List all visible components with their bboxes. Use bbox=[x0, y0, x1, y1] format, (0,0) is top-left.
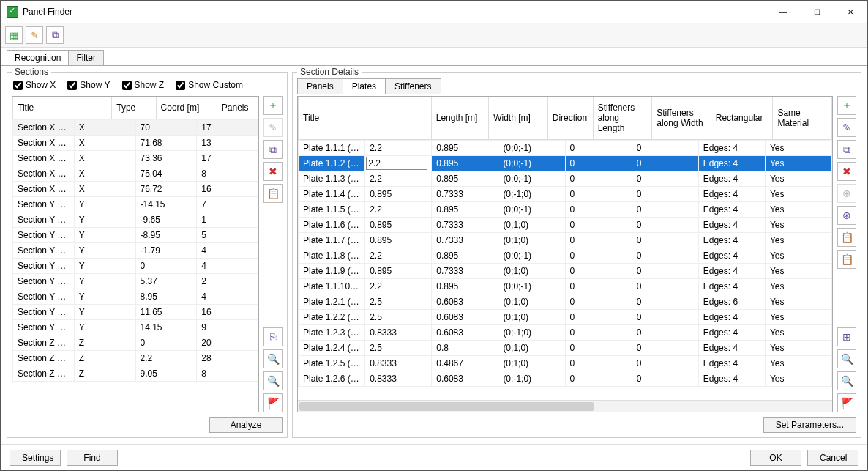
section-details-group: Section Details Panels Plates Stiffeners… bbox=[292, 72, 861, 438]
show-x-check[interactable]: Show X bbox=[13, 80, 56, 90]
details-tab-panels[interactable]: Panels bbox=[297, 78, 343, 94]
app-icon bbox=[7, 6, 18, 18]
sections-paste-button[interactable]: 📋 bbox=[263, 184, 283, 203]
section-details-label: Section Details bbox=[297, 67, 362, 77]
table-row[interactable]: Section Y 9 (Y = -1.79)Y-1.794 bbox=[13, 243, 258, 259]
plates-delete-button[interactable]: ✖ bbox=[837, 162, 856, 181]
sections-col-panels[interactable]: Panels bbox=[217, 97, 258, 119]
table-row[interactable]: Plate 1.1.2 (Y = -7.61; Z = 1.1)0.895(0;… bbox=[299, 156, 832, 171]
details-tabstrip: Panels Plates Stiffeners bbox=[297, 77, 856, 94]
plates-link-button[interactable]: ⊕ bbox=[837, 184, 856, 203]
table-row[interactable]: Section Z 16 (Z = 2.2)Z2.228 bbox=[13, 351, 258, 366]
sections-delete-button[interactable]: ✖ bbox=[263, 162, 283, 181]
table-row[interactable]: Plate 1.1.10 (Y = -2.24; Z = 1.1)2.20.89… bbox=[299, 279, 832, 294]
table-row[interactable]: Plate 1.1.8 (Y = -3.13; Z = 1.1)2.20.895… bbox=[299, 248, 832, 264]
toolbar-grid-icon[interactable]: ▦ bbox=[5, 26, 23, 44]
table-row[interactable]: Section Y 14 (Y = 14.15)Y14.159 bbox=[13, 320, 258, 335]
toolbar-brush-icon[interactable]: ✎ bbox=[26, 26, 43, 44]
footer: Settings Find OK Cancel bbox=[1, 444, 867, 470]
table-row[interactable]: Plate 1.2.3 (Y = 12.07; Z = 6.92)0.83330… bbox=[299, 325, 832, 341]
table-row[interactable]: Section X 2 (X = 71.68)X71.6813 bbox=[13, 136, 258, 151]
plates-zoom2-button[interactable]: 🔍 bbox=[837, 371, 856, 390]
plates-layout-button[interactable]: ⊞ bbox=[837, 327, 856, 346]
table-row[interactable]: Section X 1 (X = 70)X7017 bbox=[13, 120, 258, 136]
sections-export-button[interactable]: ⎘ bbox=[263, 327, 283, 346]
window-title: Panel Finder bbox=[23, 7, 766, 17]
table-row[interactable]: Section Z 15 (Z = 0)Z020 bbox=[13, 335, 258, 351]
plates-col-width[interactable]: Width [m] bbox=[489, 97, 548, 140]
table-row[interactable]: Section Y 6 (Y = -14.15)Y-14.157 bbox=[13, 197, 258, 212]
maximize-button[interactable]: ☐ bbox=[800, 1, 834, 23]
sections-table[interactable]: Title Type Coord [m] Panels Section X 1 … bbox=[12, 96, 259, 412]
plates-col-same-mat[interactable]: Same Material bbox=[773, 97, 832, 140]
table-row[interactable]: Section Y 8 (Y = -8.95)Y-8.955 bbox=[13, 228, 258, 243]
show-y-check[interactable]: Show Y bbox=[67, 80, 110, 90]
details-tab-plates[interactable]: Plates bbox=[343, 78, 386, 94]
plates-col-length[interactable]: Length [m] bbox=[431, 97, 488, 140]
set-parameters-button[interactable]: Set Parameters... bbox=[763, 417, 856, 433]
details-tab-stiffeners[interactable]: Stiffeners bbox=[385, 78, 441, 94]
table-row[interactable]: Plate 1.2.4 (Y = 12.9; Z = 5)2.50.8(0;1;… bbox=[299, 341, 832, 356]
sections-col-type[interactable]: Type bbox=[112, 97, 156, 119]
show-z-check[interactable]: Show Z bbox=[122, 80, 165, 90]
table-row[interactable]: Plate 1.1.5 (Y = -4.92; Z = 1.1)2.20.895… bbox=[299, 202, 832, 218]
cancel-button[interactable]: Cancel bbox=[807, 450, 858, 466]
tab-recognition[interactable]: Recognition bbox=[7, 50, 69, 65]
table-row[interactable]: Section Y 13 (Y = 11.65)Y11.6516 bbox=[13, 305, 258, 320]
ok-button[interactable]: OK bbox=[750, 450, 801, 466]
close-button[interactable]: ✕ bbox=[834, 1, 867, 23]
table-row[interactable]: Plate 1.1.3 (Y = -6.71; Z = 1.1)2.20.895… bbox=[299, 171, 832, 187]
table-row[interactable]: Section X 5 (X = 76.72)X76.7216 bbox=[13, 182, 258, 197]
table-row[interactable]: Section Y 10 (Y = 0)Y04 bbox=[13, 259, 258, 274]
plates-col-title[interactable]: Title bbox=[299, 97, 432, 140]
plates-paste-button[interactable]: 📋 bbox=[837, 228, 856, 247]
table-row[interactable]: Plate 1.2.5 (Y = 13.73; Z = 6.62)0.83330… bbox=[299, 356, 832, 371]
sections-col-coord[interactable]: Coord [m] bbox=[156, 97, 217, 119]
find-button[interactable]: Find bbox=[67, 450, 118, 466]
toolbar-section-icon[interactable]: ⧉ bbox=[46, 26, 64, 44]
table-row[interactable]: Section X 3 (X = 73.36)X73.3617 bbox=[13, 151, 258, 166]
table-row[interactable]: Plate 1.1.1 (Y = -8.5; Z = 1.1)2.20.895(… bbox=[299, 141, 832, 156]
plates-flag-button[interactable]: 🚩 bbox=[837, 393, 856, 412]
plates-zoom-button[interactable]: 🔍 bbox=[837, 349, 856, 368]
sections-col-title[interactable]: Title bbox=[13, 97, 112, 119]
titlebar: Panel Finder — ☐ ✕ bbox=[1, 1, 867, 23]
table-row[interactable]: Plate 1.2.6 (Y = 12.07; Z = 7.53)0.83330… bbox=[299, 371, 832, 387]
table-row[interactable]: Plate 1.2.1 (Y = 12.75; Z = 6.26)2.50.60… bbox=[299, 294, 832, 310]
sections-copy-button[interactable]: ⧉ bbox=[263, 140, 283, 159]
table-row[interactable]: Section Y 11 (Y = 5.37)Y5.372 bbox=[13, 274, 258, 289]
plates-col-rect[interactable]: Rectangular bbox=[711, 97, 773, 140]
table-row[interactable]: Section Z 17 (Z = 9.05)Z9.058 bbox=[13, 366, 258, 382]
table-row[interactable]: Plate 1.2.2 (Y = 12.9; Z = 5.7)2.50.6083… bbox=[299, 310, 832, 325]
plates-col-direction[interactable]: Direction bbox=[547, 97, 593, 140]
tab-filter[interactable]: Filter bbox=[68, 50, 104, 65]
minimize-button[interactable]: — bbox=[766, 1, 800, 23]
plates-add-button[interactable]: ＋ bbox=[837, 96, 856, 115]
plates-col-stiff-wid[interactable]: Stiffeners along Width bbox=[652, 97, 711, 140]
length-edit-input[interactable] bbox=[366, 157, 427, 170]
table-row[interactable]: Plate 1.1.6 (Y = -5.82; Z = 0.37)0.8950.… bbox=[299, 218, 832, 233]
sections-zoom2-button[interactable]: 🔍 bbox=[263, 371, 283, 390]
table-row[interactable]: Plate 1.1.7 (Y = -4.03; Z = 1.83)0.8950.… bbox=[299, 233, 832, 248]
sections-group-label: Sections bbox=[12, 67, 51, 77]
sections-edit-button[interactable]: ✎ bbox=[263, 118, 283, 137]
table-row[interactable]: Plate 1.1.4 (Y = -5.82; Z = 1.83)0.8950.… bbox=[299, 187, 832, 202]
plates-copy-button[interactable]: ⧉ bbox=[837, 140, 856, 159]
sections-flag-button[interactable]: 🚩 bbox=[263, 393, 283, 412]
plates-target-button[interactable]: ⊛ bbox=[837, 206, 856, 225]
table-row[interactable]: Section Y 12 (Y = 8.95)Y8.954 bbox=[13, 289, 258, 305]
main-tabstrip: Recognition Filter bbox=[1, 48, 867, 65]
plates-paste2-button[interactable]: 📋 bbox=[837, 250, 856, 269]
show-custom-check[interactable]: Show Custom bbox=[176, 80, 243, 90]
plates-col-stiff-len[interactable]: Stiffeners along Length bbox=[593, 97, 652, 140]
table-row[interactable]: Plate 1.1.9 (Y = -4.03; Z = 0.37)0.8950.… bbox=[299, 264, 832, 279]
table-row[interactable]: Section X 4 (X = 75.04)X75.048 bbox=[13, 166, 258, 182]
plates-table[interactable]: Title Length [m] Width [m] Direction Sti… bbox=[297, 96, 833, 412]
sections-zoom-button[interactable]: 🔍 bbox=[263, 349, 283, 368]
settings-button[interactable]: Settings bbox=[10, 450, 61, 466]
plates-hscrollbar[interactable] bbox=[298, 400, 832, 412]
plates-edit-button[interactable]: ✎ bbox=[837, 118, 856, 137]
sections-add-button[interactable]: ＋ bbox=[263, 96, 283, 115]
analyze-button[interactable]: Analyze bbox=[209, 417, 283, 433]
table-row[interactable]: Section Y 7 (Y = -9.65)Y-9.651 bbox=[13, 212, 258, 228]
